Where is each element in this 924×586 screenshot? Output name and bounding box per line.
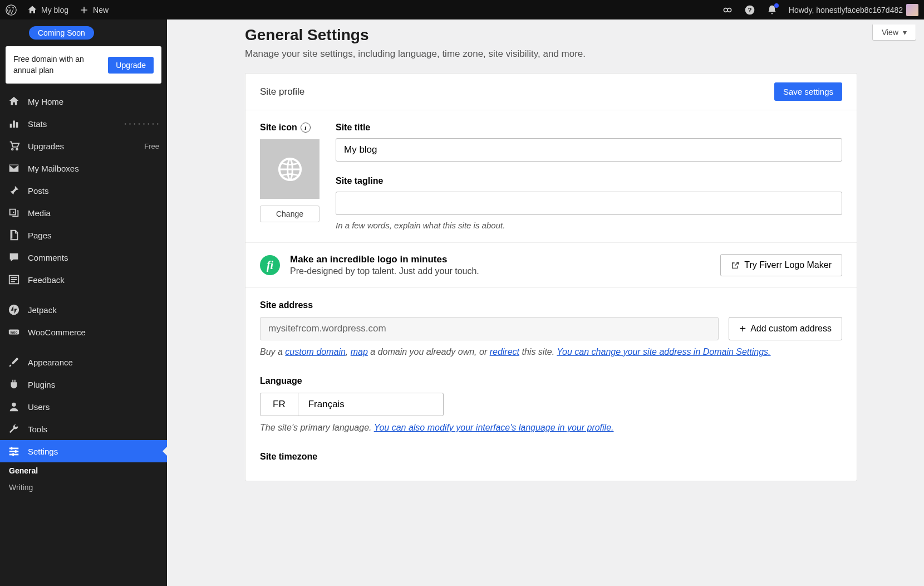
comments-icon [8,251,20,263]
site-link[interactable]: My blog [27,4,68,16]
notifications-icon[interactable] [766,4,778,16]
card-header-title: Site profile [260,86,304,97]
timezone-label: Site timezone [260,452,842,462]
page-description: Manage your site settings, including lan… [245,48,857,60]
brush-icon [8,356,20,368]
mail-icon [8,162,20,174]
site-name-label: My blog [41,6,68,14]
pin-icon [8,184,20,197]
sidebar-item-users[interactable]: Users [0,395,167,418]
woocommerce-icon: woo [8,326,20,338]
wrench-icon [8,423,20,435]
external-link-icon [731,261,740,270]
domain-settings-link[interactable]: You can change your site address in Doma… [557,347,770,357]
pages-icon [8,229,20,241]
sidebar-item-comments[interactable]: Comments [0,246,167,268]
save-settings-button[interactable]: Save settings [774,82,842,101]
sidebar-item-tools[interactable]: Tools [0,418,167,440]
site-address-description: Buy a custom domain, map a domain you al… [260,347,842,357]
account-link[interactable]: Howdy, honestlyfaceb8c167d482 [789,4,918,16]
custom-domain-link[interactable]: custom domain [285,347,346,357]
sidebar-item-jetpack[interactable]: Jetpack [0,299,167,321]
sidebar-item-stats[interactable]: Stats• • • • • • • • [0,113,167,135]
chevron-down-icon: ▾ [903,28,907,37]
svg-text:woo: woo [10,330,18,334]
globe-icon [277,157,303,182]
site-address-input[interactable] [260,317,719,340]
site-title-label: Site title [336,123,842,133]
site-tagline-input[interactable] [336,192,842,215]
svg-rect-10 [9,448,19,450]
stats-sparkline: • • • • • • • • [125,121,159,127]
site-icon-label: Site iconi [260,123,321,133]
sidebar-item-my-home[interactable]: My Home [0,90,167,113]
sidebar-item-feedback[interactable]: Feedback [0,268,167,291]
tagline-hint: In a few words, explain what this site i… [336,221,842,230]
svg-point-1 [724,8,728,12]
media-icon [8,207,20,219]
svg-point-2 [728,8,731,12]
sidebar-item-posts[interactable]: Posts [0,179,167,202]
sidebar-item-appearance[interactable]: Appearance [0,351,167,373]
map-domain-link[interactable]: map [351,347,368,357]
site-address-label: Site address [260,300,842,310]
svg-rect-15 [12,453,14,456]
language-description: The site's primary language. You can als… [260,423,842,433]
view-toggle[interactable]: View▾ [872,25,916,41]
sidebar-sub-writing[interactable]: Writing [0,479,167,496]
page-title: General Settings [245,26,857,44]
svg-rect-14 [15,450,17,453]
avatar-icon [906,4,918,16]
sidebar-item-media[interactable]: Media [0,202,167,224]
feedback-icon [8,274,20,286]
main-content: View▾ General Settings Manage your site … [167,19,924,586]
settings-icon [8,445,20,457]
reader-icon[interactable] [722,4,733,16]
interface-language-link[interactable]: You can also modify your interface's lan… [374,423,614,432]
plugin-icon [8,378,20,390]
svg-text:?: ? [748,6,751,13]
fiverr-subtitle: Pre-designed by top talent. Just add you… [290,266,710,276]
site-profile-card: Site profile Save settings Site iconi Ch… [245,73,857,481]
site-title-input[interactable] [336,138,842,162]
svg-rect-13 [11,447,13,450]
fiverr-button[interactable]: Try Fiverr Logo Maker [720,254,842,276]
fiverr-title: Make an incredible logo in minutes [290,254,710,265]
plus-icon [78,4,90,16]
fiverr-logo-icon: fi [260,255,280,275]
new-content-link[interactable]: New [78,4,109,16]
sidebar-item-mailboxes[interactable]: My Mailboxes [0,157,167,179]
user-icon [8,401,20,413]
cart-icon [8,140,20,152]
change-icon-button[interactable]: Change [260,206,320,222]
admin-topbar: My blog New ? Howdy, honestlyfaceb8c167d… [0,0,924,19]
redirect-link[interactable]: redirect [490,347,519,357]
sidebar-item-pages[interactable]: Pages [0,224,167,246]
home-icon [27,4,38,16]
sidebar-sub-general[interactable]: General [0,462,167,479]
home-icon [8,95,20,108]
plus-icon: + [739,323,746,334]
add-custom-address-button[interactable]: +Add custom address [729,317,842,340]
stats-icon [8,118,20,130]
admin-sidebar: Coming Soon Free domain with an annual p… [0,19,167,586]
coming-soon-badge[interactable]: Coming Soon [29,26,94,40]
sidebar-item-woocommerce[interactable]: wooWooCommerce [0,321,167,343]
help-icon[interactable]: ? [744,4,755,16]
upgrade-button[interactable]: Upgrade [108,57,154,74]
sidebar-item-settings[interactable]: Settings [0,440,167,462]
language-label: Language [260,376,842,386]
upgrade-card-text: Free domain with an annual plan [13,54,102,76]
site-tagline-label: Site tagline [336,176,842,186]
info-icon[interactable]: i [301,123,311,133]
howdy-label: Howdy, honestlyfaceb8c167d482 [789,6,903,14]
sidebar-item-upgrades[interactable]: UpgradesFree [0,135,167,157]
language-selector[interactable]: FR Français [260,393,444,416]
sidebar-item-plugins[interactable]: Plugins [0,373,167,395]
upgrade-card: Free domain with an annual plan Upgrade [6,46,161,84]
wordpress-logo[interactable] [6,4,17,16]
fiverr-promo: fi Make an incredible logo in minutes Pr… [245,242,857,287]
new-label: New [93,6,109,14]
svg-point-9 [12,403,16,407]
site-icon-preview [260,139,320,199]
